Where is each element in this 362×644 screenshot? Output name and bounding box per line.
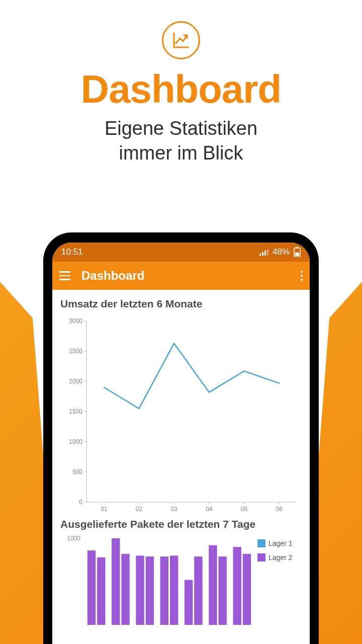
promo-subtitle: Eigene Statistiken immer im Blick: [0, 116, 362, 165]
phone-screen: 10:51 48%: [52, 243, 310, 644]
promo-subtitle-line2: immer im Blick: [119, 142, 243, 164]
svg-text:500: 500: [72, 468, 82, 475]
svg-text:2000: 2000: [69, 378, 82, 385]
svg-rect-3: [267, 249, 268, 256]
chart-revenue-title: Umsatz der letzten 6 Monate: [60, 298, 302, 310]
svg-rect-49: [243, 554, 251, 625]
svg-rect-45: [194, 556, 202, 625]
chart-packages-plot: 1000Lager 1Lager 2: [60, 534, 302, 625]
legend-lager-1: Lager 1: [268, 539, 293, 547]
svg-text:1000: 1000: [69, 438, 82, 445]
svg-text:03: 03: [170, 506, 177, 513]
svg-rect-37: [97, 557, 105, 625]
appbar-title: Dashboard: [81, 269, 290, 283]
svg-rect-2: [264, 251, 266, 256]
dashboard-content: Umsatz der letzten 6 Monate 050010001500…: [52, 290, 310, 644]
chart-revenue-plot: 050010001500200025003000010203040506: [60, 314, 302, 515]
promo-title: Dashboard: [0, 66, 362, 112]
overflow-menu-button[interactable]: [301, 270, 303, 282]
svg-rect-51: [257, 553, 265, 561]
svg-rect-43: [170, 555, 178, 625]
svg-rect-46: [209, 545, 217, 625]
chart-icon: [162, 21, 200, 59]
signal-icon: [259, 249, 268, 256]
svg-text:0: 0: [79, 499, 82, 506]
svg-rect-6: [295, 253, 299, 256]
svg-rect-40: [136, 555, 144, 625]
svg-text:01: 01: [101, 506, 108, 513]
status-bar: 10:51 48%: [52, 243, 310, 262]
phone-frame: 10:51 48%: [43, 232, 319, 644]
status-time: 10:51: [61, 247, 83, 257]
menu-button[interactable]: [59, 270, 70, 282]
svg-rect-1: [262, 252, 263, 256]
svg-rect-44: [185, 580, 193, 625]
svg-rect-39: [121, 554, 129, 625]
status-battery-text: 48%: [273, 247, 290, 257]
svg-text:05: 05: [241, 506, 248, 513]
svg-rect-41: [146, 556, 154, 625]
svg-rect-47: [219, 556, 227, 625]
battery-icon: [294, 247, 301, 257]
svg-text:02: 02: [136, 506, 143, 513]
svg-text:06: 06: [276, 506, 283, 513]
svg-text:1500: 1500: [69, 408, 82, 415]
chart-revenue: Umsatz der letzten 6 Monate 050010001500…: [60, 298, 302, 515]
chart-packages-title: Ausgelieferte Pakete der letzten 7 Tage: [60, 518, 302, 530]
svg-text:04: 04: [206, 506, 213, 513]
svg-text:2500: 2500: [69, 348, 82, 355]
app-bar: Dashboard: [52, 262, 310, 290]
promo-subtitle-line1: Eigene Statistiken: [105, 118, 257, 139]
chart-packages: Ausgelieferte Pakete der letzten 7 Tage …: [60, 518, 302, 625]
svg-rect-0: [259, 254, 261, 256]
promo-section: Dashboard Eigene Statistiken immer im Bl…: [0, 0, 362, 165]
svg-rect-50: [257, 539, 265, 547]
svg-rect-48: [233, 547, 241, 625]
svg-rect-36: [87, 550, 96, 625]
svg-rect-42: [160, 556, 168, 625]
legend-lager-2: Lager 2: [268, 553, 293, 561]
svg-text:1000: 1000: [67, 535, 80, 542]
svg-text:3000: 3000: [69, 317, 82, 325]
svg-rect-38: [112, 538, 120, 625]
